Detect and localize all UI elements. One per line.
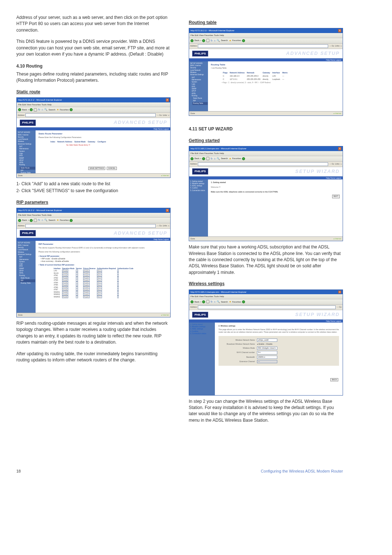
dns-paragraph-2: This DNS feature is powered by a DDNS se… — [16, 39, 171, 57]
forward-icon — [30, 108, 33, 111]
routing-paragraph: These pages define routing related param… — [16, 71, 171, 84]
wireless-settings-screenshot: http://172.168.2.1/setupw.stm - Microsof… — [189, 289, 343, 396]
ie-menu: File Edit View Favorites Tools Help — [17, 102, 170, 108]
setup-wizard-heading: 4.11 SET UP WiZARD — [189, 126, 343, 132]
stop-icon — [34, 108, 37, 112]
footer-title: Configuring the Wireless ADSL Modem Rout… — [261, 469, 343, 474]
rip-heading: RIP parameters — [16, 199, 171, 206]
routing-table-screenshot: http://172.16.2.1/ - Microsoft Internet … — [189, 28, 343, 116]
getting-started-heading: Getting started — [189, 138, 343, 144]
routing-table-heading: Routing table — [189, 20, 343, 26]
getting-started-paragraph: Make sure that you have a working ADSL s… — [189, 244, 343, 276]
address-bar — [25, 113, 156, 117]
back-button[interactable]: BACK — [330, 378, 338, 381]
advanced-sidebar: SETUP WIZARD WAN / Internet Security Loc… — [17, 130, 36, 173]
brand-advanced-setup: ADVANCED SETUP — [114, 119, 167, 126]
extension-channel-select: — — [257, 360, 277, 363]
philips-logo: PHILIPS — [20, 119, 36, 126]
panel-title: Static Route Parameter — [38, 132, 167, 135]
favorites-icon: ★ — [57, 108, 59, 112]
wireless-paragraph: In step 2 you can change the Wireless se… — [189, 398, 343, 424]
search-icon: 🔍 — [44, 108, 48, 112]
static-step-1: 1- Click "Add" to add a new static route… — [16, 181, 171, 187]
static-route-heading: Static route — [16, 89, 171, 95]
back-icon — [18, 108, 21, 111]
home-icon: ⌂ — [41, 108, 43, 112]
next-button[interactable]: NEXT — [332, 195, 340, 198]
media-icon — [70, 108, 73, 111]
wireless-settings-heading: Wireless settings — [189, 281, 343, 287]
static-route-screenshot: http://172.16.2.1/ - Microsoft Internet … — [16, 97, 171, 178]
rip-screenshot: http://172.16.2.1/ - Microsoft Internet … — [16, 208, 171, 317]
refresh-icon: ↻ — [38, 108, 40, 112]
wireless-mode-select[interactable]: 802.11b&g&n mixed ▾ — [257, 347, 277, 350]
wifi-channel-select[interactable]: 6 ▾ — [257, 351, 277, 354]
cancel-button[interactable]: CANCEL — [107, 167, 117, 170]
routing-heading: 4.10 Routing — [16, 63, 171, 69]
wireless-network-name-input[interactable]: philips_wsb8 — [257, 339, 277, 342]
static-step-2: 2- Click "SAVE SETTINGS" to save the con… — [16, 188, 171, 194]
page-number: 18 — [16, 469, 21, 474]
save-settings-button[interactable]: SAVE SETTINGS — [88, 167, 105, 170]
dns-paragraph-1: Address of your server, such as a web se… — [16, 15, 171, 33]
rip-paragraph-1: RIP sends routing-update messages at reg… — [16, 320, 171, 346]
bandwidth-select[interactable]: 20MHz ▾ — [257, 356, 277, 359]
getting-started-screenshot: http://172.168.2.1/setupw.stm - Microsof… — [189, 146, 343, 241]
rip-paragraph-2: After updating its routing table, the ro… — [16, 351, 171, 364]
